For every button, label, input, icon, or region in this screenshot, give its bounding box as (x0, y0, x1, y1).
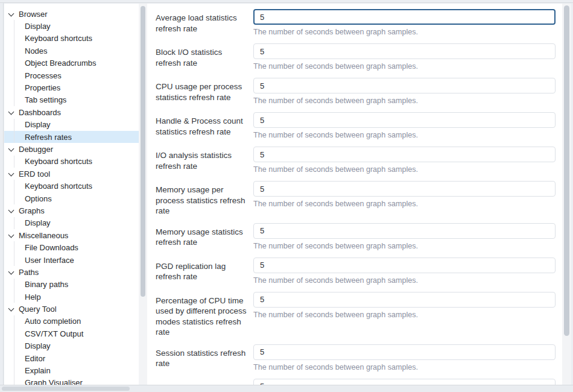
refresh-rate-input[interactable] (253, 112, 556, 128)
tree-item-label: Graph Visualiser (25, 378, 83, 385)
preference-help-text: The number of seconds between graph samp… (253, 96, 556, 106)
preference-help-text: The number of seconds between graph samp… (253, 165, 556, 174)
chevron-down-icon[interactable] (8, 233, 14, 238)
sidebar-item-graphs[interactable]: Graphs (4, 204, 139, 217)
preference-row: Session statistics refresh rate The numb… (156, 344, 556, 372)
sidebar-item-display[interactable]: Display (4, 217, 139, 229)
sidebar-item-processes[interactable]: Processes (4, 69, 139, 81)
sidebar-item-keyboard-shortcuts[interactable]: Keyboard shortcuts (4, 156, 139, 168)
sidebar-item-display[interactable]: Display (4, 20, 139, 32)
tree-item-label: Dashboards (19, 108, 61, 117)
sidebar-item-browser[interactable]: Browser (4, 8, 139, 20)
tree-item-label: Editor (25, 354, 45, 363)
content-scrollbar-thumb[interactable] (564, 5, 569, 336)
content-scrollbar[interactable] (562, 4, 571, 385)
sidebar-item-properties[interactable]: Properties (4, 81, 139, 93)
sidebar-item-display[interactable]: Display (4, 119, 139, 131)
tree-item-label: Tab settings (25, 95, 66, 104)
sidebar-item-paths[interactable]: Paths (4, 266, 139, 278)
refresh-rate-input[interactable] (253, 78, 556, 93)
preference-row: PGD replication lag refresh rate The num… (156, 258, 556, 285)
tree-item-label: CSV/TXT Output (25, 329, 83, 338)
preference-row: Swap memory usage statistics refresh rat… (156, 379, 556, 385)
preference-row: Block I/O statistics refresh rate The nu… (156, 43, 556, 71)
refresh-rate-input[interactable] (253, 147, 556, 162)
preference-label: PGD replication lag refresh rate (156, 258, 253, 285)
preference-control: The number of seconds between graph samp… (253, 9, 556, 37)
sidebar-item-file-downloads[interactable]: File Downloads (4, 241, 139, 253)
chevron-down-icon[interactable] (8, 208, 14, 213)
sidebar-item-object-breadcrumbs[interactable]: Object Breadcrumbs (4, 57, 139, 69)
sidebar-item-explain[interactable]: Explain (4, 364, 139, 376)
sidebar-item-tab-settings[interactable]: Tab settings (4, 94, 139, 106)
preference-help-text: The number of seconds between graph samp… (253, 62, 556, 71)
refresh-rate-input[interactable] (253, 9, 556, 25)
preference-label: Percentage of CPU time used by different… (156, 292, 253, 338)
preference-row: Handle & Process count statistics refres… (156, 112, 556, 140)
preference-help-text: The number of seconds between graph samp… (253, 130, 556, 140)
sidebar-item-nodes[interactable]: Nodes (4, 45, 139, 57)
sidebar-item-user-interface[interactable]: User Interface (4, 254, 139, 266)
sidebar-item-auto-completion[interactable]: Auto completion (4, 315, 139, 327)
chevron-down-icon[interactable] (8, 270, 14, 275)
chevron-down-icon[interactable] (8, 11, 14, 17)
chevron-down-icon[interactable] (8, 147, 14, 152)
sidebar-item-refresh-rates[interactable]: Refresh rates (4, 131, 139, 143)
preferences-tree: Browser Display Keyboard shortcuts Nodes… (4, 4, 139, 385)
chevron-down-icon[interactable] (8, 306, 14, 312)
tree-item-label: File Downloads (25, 243, 78, 252)
tree-item-label: Properties (25, 83, 60, 92)
sidebar-item-options[interactable]: Options (4, 192, 139, 204)
refresh-rate-input[interactable] (253, 379, 556, 385)
preference-label: Average load statistics refresh rate (156, 9, 253, 37)
preference-control: The number of seconds between graph samp… (253, 379, 556, 385)
preference-label: Session statistics refresh rate (156, 344, 253, 372)
refresh-rate-input[interactable] (253, 258, 556, 273)
sidebar-scrollbar-thumb[interactable] (141, 6, 145, 297)
tree-item-label: Display (25, 120, 51, 129)
tree-item-label: Auto completion (25, 317, 81, 326)
sidebar-item-display[interactable]: Display (4, 340, 139, 352)
sidebar-item-binary-paths[interactable]: Binary paths (4, 279, 139, 291)
refresh-rate-input[interactable] (253, 181, 556, 197)
refresh-rate-input[interactable] (253, 223, 556, 239)
sidebar-item-keyboard-shortcuts[interactable]: Keyboard shortcuts (4, 180, 139, 192)
sidebar-item-graph-visualiser[interactable]: Graph Visualiser (4, 377, 139, 385)
preferences-panel: Average load statistics refresh rate The… (147, 4, 562, 385)
tree-item-label: Help (25, 292, 41, 302)
preference-control: The number of seconds between graph samp… (253, 344, 556, 372)
horizontal-scrollbar-thumb[interactable] (2, 387, 130, 391)
preference-help-text: The number of seconds between graph samp… (253, 276, 556, 285)
preference-row: Memory usage per process statistics refr… (156, 181, 556, 217)
window-frame-top (0, 0, 573, 3)
tree-item-label: Paths (19, 268, 39, 277)
preference-row: CPU usage per process statistics refresh… (156, 78, 556, 106)
tree-item-label: Miscellaneous (19, 231, 68, 240)
tree-item-label: Nodes (25, 46, 48, 55)
preference-label: Swap memory usage statistics refresh rat… (156, 379, 253, 385)
sidebar-item-help[interactable]: Help (4, 291, 139, 303)
sidebar-item-keyboard-shortcuts[interactable]: Keyboard shortcuts (4, 33, 139, 45)
sidebar-item-dashboards[interactable]: Dashboards (4, 106, 139, 118)
sidebar-item-erd-tool[interactable]: ERD tool (4, 168, 139, 180)
chevron-down-icon[interactable] (8, 110, 14, 115)
sidebar-item-editor[interactable]: Editor (4, 352, 139, 364)
tree-item-label: Keyboard shortcuts (25, 182, 92, 191)
preference-label: CPU usage per process statistics refresh… (156, 78, 253, 106)
tree-item-label: Processes (25, 71, 62, 80)
tree-item-label: Graphs (19, 206, 45, 215)
refresh-rate-input[interactable] (253, 43, 556, 59)
tree-item-label: Display (25, 218, 51, 227)
preference-control: The number of seconds between graph samp… (253, 258, 556, 285)
sidebar-scrollbar[interactable] (139, 4, 147, 385)
tree-item-label: Explain (25, 366, 51, 375)
sidebar-item-csv-txt-output[interactable]: CSV/TXT Output (4, 327, 139, 340)
chevron-down-icon[interactable] (8, 171, 14, 177)
preference-help-text: The number of seconds between graph samp… (253, 199, 556, 209)
sidebar-item-query-tool[interactable]: Query Tool (4, 303, 139, 315)
refresh-rate-input[interactable] (253, 292, 556, 308)
sidebar-item-miscellaneous[interactable]: Miscellaneous (4, 229, 139, 241)
refresh-rate-input[interactable] (253, 344, 556, 360)
window-frame-left (0, 3, 4, 385)
sidebar-item-debugger[interactable]: Debugger (4, 143, 139, 155)
